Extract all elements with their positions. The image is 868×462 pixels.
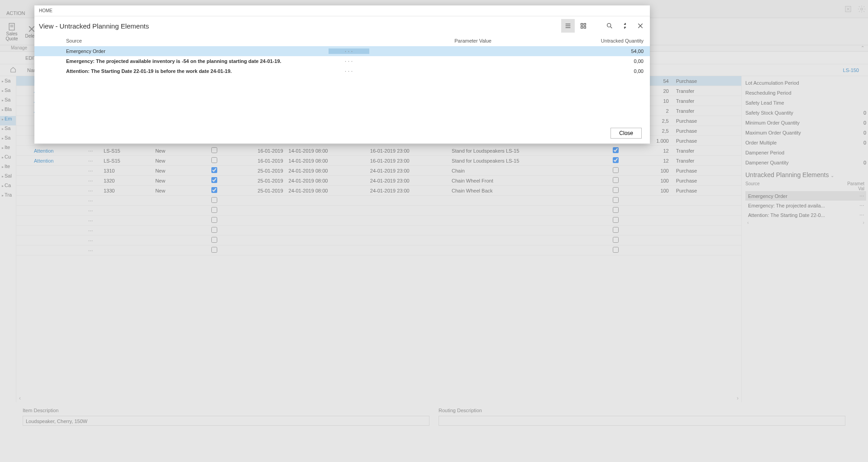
- svg-rect-13: [584, 26, 586, 28]
- close-icon[interactable]: [634, 19, 647, 33]
- search-icon[interactable]: [603, 19, 616, 33]
- list-view-icon[interactable]: [561, 19, 575, 33]
- modal-title: View - Untracked Planning Elements: [39, 22, 149, 30]
- modal-row[interactable]: Emergency Order· · ·54,00: [34, 46, 650, 56]
- modal-tab-home[interactable]: HOME: [34, 5, 650, 16]
- modal-row[interactable]: Attention: The Starting Date 22-01-19 is…: [34, 66, 650, 76]
- svg-rect-11: [584, 24, 586, 25]
- svg-point-14: [607, 24, 611, 27]
- modal-grid-body[interactable]: Emergency Order· · ·54,00Emergency: The …: [34, 46, 650, 123]
- svg-rect-10: [581, 24, 583, 25]
- modal-row[interactable]: Emergency: The projected available inven…: [34, 56, 650, 66]
- close-button[interactable]: Close: [610, 128, 642, 139]
- col-untracked-qty[interactable]: Untracked Quantity: [582, 38, 645, 43]
- col-source[interactable]: Source: [39, 38, 310, 43]
- svg-line-15: [610, 27, 612, 28]
- svg-rect-12: [581, 26, 583, 28]
- col-parameter-value[interactable]: Parameter Value: [310, 38, 582, 43]
- untracked-elements-dialog: HOME View - Untracked Planning Elements …: [34, 5, 650, 144]
- modal-column-headers: Source Parameter Value Untracked Quantit…: [34, 35, 650, 46]
- collapse-icon[interactable]: [618, 19, 632, 33]
- tile-view-icon[interactable]: [577, 19, 590, 33]
